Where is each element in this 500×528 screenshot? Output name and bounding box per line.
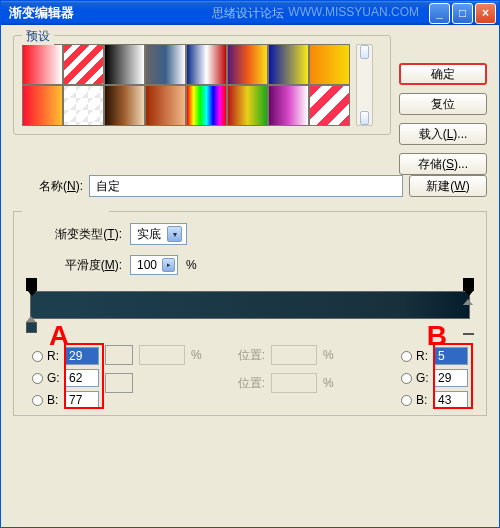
preset-swatch[interactable] xyxy=(268,44,309,85)
opacity-stop-right[interactable] xyxy=(463,278,474,291)
smooth-input[interactable]: 100 ▸ xyxy=(130,255,178,275)
preset-swatches xyxy=(22,44,352,126)
rgb-right: R:5 G:29 B:43 xyxy=(401,345,468,411)
preset-swatch[interactable] xyxy=(227,85,268,126)
watermark: 思绪设计论坛 WWW.MISSYUAN.COM xyxy=(212,5,419,22)
save-button[interactable]: 存储(S)... xyxy=(399,153,487,175)
pos-field-2 xyxy=(271,373,317,393)
preset-swatch[interactable] xyxy=(63,85,104,126)
highlight-box-b xyxy=(433,343,473,409)
highlight-box-a xyxy=(64,343,104,409)
preset-swatch[interactable] xyxy=(186,85,227,126)
color-stop-right[interactable] xyxy=(463,305,474,333)
preset-swatch[interactable] xyxy=(227,44,268,85)
g-radio-a[interactable] xyxy=(32,373,43,384)
color-swatch[interactable] xyxy=(105,345,133,365)
preset-swatch[interactable] xyxy=(186,44,227,85)
preset-swatch[interactable] xyxy=(309,44,350,85)
preset-swatch[interactable] xyxy=(309,85,350,126)
b-radio-b[interactable] xyxy=(401,395,412,406)
gradient-bar[interactable]: A B xyxy=(30,291,470,319)
reset-button[interactable]: 复位 xyxy=(399,93,487,115)
gradient-editor-window: 渐变编辑器 思绪设计论坛 WWW.MISSYUAN.COM _ □ × 预设 xyxy=(0,0,500,528)
preset-swatch[interactable] xyxy=(104,44,145,85)
gradtype-label: 渐变类型(T): xyxy=(22,226,122,243)
name-input[interactable] xyxy=(89,175,403,197)
smooth-label: 平滑度(M): xyxy=(22,257,122,274)
pct-label: % xyxy=(186,258,197,272)
minimize-button[interactable]: _ xyxy=(429,3,450,24)
preset-swatch[interactable] xyxy=(22,85,63,126)
ok-button[interactable]: 确定 xyxy=(399,63,487,85)
gradtype-select[interactable]: 实底 ▾ xyxy=(130,223,187,245)
new-button[interactable]: 新建(W) xyxy=(409,175,487,197)
presets-legend: 预设 xyxy=(22,28,54,45)
pos-field-1 xyxy=(271,345,317,365)
preset-swatch[interactable] xyxy=(104,85,145,126)
preset-swatch[interactable] xyxy=(145,44,186,85)
chevron-right-icon: ▸ xyxy=(162,258,175,272)
maximize-button[interactable]: □ xyxy=(452,3,473,24)
window-title: 渐变编辑器 xyxy=(9,4,74,22)
g-radio-b[interactable] xyxy=(401,373,412,384)
color-swatch-2[interactable] xyxy=(105,373,133,393)
preset-swatch[interactable] xyxy=(145,85,186,126)
opacity-field xyxy=(139,345,185,365)
preset-swatch[interactable] xyxy=(63,44,104,85)
pos-label-1: 位置: xyxy=(238,347,265,364)
preset-scrollbar[interactable] xyxy=(356,44,373,126)
presets-fieldset: 预设 xyxy=(13,35,391,135)
gradient-settings: 渐变类型(T): 实底 ▾ 平滑度(M): 100 ▸ % A B xyxy=(13,211,487,416)
preset-swatch[interactable] xyxy=(268,85,309,126)
close-button[interactable]: × xyxy=(475,3,496,24)
titlebar[interactable]: 渐变编辑器 思绪设计论坛 WWW.MISSYUAN.COM _ □ × xyxy=(1,1,499,25)
b-radio-a[interactable] xyxy=(32,395,43,406)
rgb-left: R:29 G:62 B:77 xyxy=(32,345,99,411)
color-stop-left[interactable] xyxy=(26,322,37,333)
r-radio-b[interactable] xyxy=(401,351,412,362)
opacity-stop-left[interactable] xyxy=(26,278,37,291)
chevron-down-icon: ▾ xyxy=(167,226,182,242)
r-radio-a[interactable] xyxy=(32,351,43,362)
preset-swatch[interactable] xyxy=(22,44,63,85)
pos-label-2: 位置: xyxy=(238,375,265,392)
name-label: 名称(N): xyxy=(13,178,83,195)
load-button[interactable]: 载入(L)... xyxy=(399,123,487,145)
